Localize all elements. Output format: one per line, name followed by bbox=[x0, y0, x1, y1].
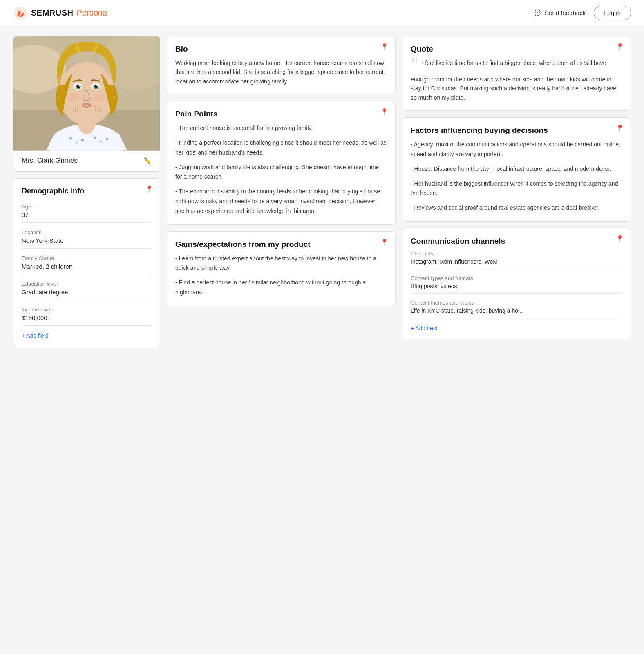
demo-value-location: New York State bbox=[22, 237, 152, 249]
pin-icon-factors: 📍 bbox=[616, 124, 624, 132]
semrush-logo-icon bbox=[13, 6, 28, 20]
demo-label-income: Income level bbox=[22, 307, 152, 313]
quote-card: 📍 Quote " I feel like it's time for us t… bbox=[402, 36, 631, 111]
logo-brand-text: SEMRUSH bbox=[31, 8, 74, 18]
demo-field-education: Education level Graduate degree bbox=[22, 281, 152, 300]
channel-section-0: Channels Instagram, Mom influencers, WoM bbox=[411, 251, 622, 269]
channel-label-2: Content themes and topics bbox=[411, 300, 622, 306]
logo-area: SEMRUSH Persona bbox=[13, 6, 107, 20]
login-button[interactable]: Log in bbox=[594, 6, 631, 20]
channel-section-2: Content themes and topics Life in NYC st… bbox=[411, 300, 622, 318]
pain-points-title: Pain Points bbox=[175, 110, 387, 119]
feedback-label: Send feedback bbox=[545, 9, 586, 16]
channel-value-2: Life in NYC state, raising kids, buying … bbox=[411, 307, 622, 318]
gains-title: Gains/expectations from my product bbox=[175, 240, 387, 249]
factor-item-3: - Reviews and social proof around real e… bbox=[411, 203, 622, 213]
demo-label-family: Family Status bbox=[22, 255, 152, 261]
pain-item-0: - The current house is too small for her… bbox=[175, 123, 387, 133]
demo-field-location: Location New York State bbox=[22, 229, 152, 249]
left-column: Mrs. Clark Grimes ✏️ 📍 Demographic info … bbox=[13, 36, 160, 347]
content-grid: Mrs. Clark Grimes ✏️ 📍 Demographic info … bbox=[13, 36, 631, 347]
pain-points-card: 📍 Pain Points - The current house is too… bbox=[167, 101, 396, 224]
channels-card: 📍 Communication channels Channels Instag… bbox=[402, 228, 631, 340]
demo-label-age: Age bbox=[22, 204, 152, 210]
channel-label-1: Content types and formats bbox=[411, 275, 622, 281]
bio-text: Working mom looking to buy a new home. H… bbox=[175, 58, 387, 86]
factor-item-0: - Agency: most of the communications and… bbox=[411, 140, 622, 159]
pin-icon-gains: 📍 bbox=[380, 238, 389, 246]
channel-value-0: Instagram, Mom influencers, WoM bbox=[411, 258, 622, 269]
factors-title: Factors influencing buying decisions bbox=[411, 126, 622, 135]
svg-point-22 bbox=[68, 94, 79, 102]
demo-field-income: Income level $150,000+ bbox=[22, 307, 152, 326]
demo-value-education: Graduate degree bbox=[22, 289, 152, 300]
svg-point-13 bbox=[59, 62, 114, 125]
svg-point-20 bbox=[79, 85, 80, 87]
pain-item-2: - Juggling work and family life is also … bbox=[175, 163, 387, 182]
gains-text: - Learn from a trusted expert about the … bbox=[175, 254, 387, 298]
pin-icon-bio: 📍 bbox=[380, 43, 389, 51]
pain-points-text: - The current house is too small for her… bbox=[175, 123, 387, 216]
bio-card: 📍 Bio Working mom looking to buy a new h… bbox=[167, 36, 396, 94]
header: SEMRUSH Persona 💬 Send feedback Log in bbox=[0, 0, 644, 26]
svg-point-7 bbox=[76, 141, 77, 143]
demo-label-education: Education level bbox=[22, 281, 152, 287]
pin-icon-quote: 📍 bbox=[616, 43, 624, 51]
svg-point-23 bbox=[94, 94, 105, 102]
pin-icon-pain: 📍 bbox=[380, 108, 389, 116]
profile-image-svg bbox=[13, 36, 160, 151]
middle-column: 📍 Bio Working mom looking to buy a new h… bbox=[167, 36, 396, 347]
channels-title: Communication channels bbox=[411, 237, 622, 246]
svg-point-21 bbox=[96, 85, 98, 87]
factors-text: - Agency: most of the communications and… bbox=[411, 140, 622, 213]
pain-item-1: - Finding a perfect location is challeng… bbox=[175, 138, 387, 158]
gain-item-1: - Find a perfect house in her / similar … bbox=[175, 278, 387, 298]
demo-label-location: Location bbox=[22, 229, 152, 235]
demographic-card: 📍 Demographic info Age 37 Location New Y… bbox=[13, 178, 160, 347]
logo-product-text: Persona bbox=[77, 8, 107, 18]
demo-value-income: $150,000+ bbox=[22, 314, 152, 326]
demo-field-family: Family Status Married, 2 children bbox=[22, 255, 152, 274]
channel-value-1: Blog posts, videos bbox=[411, 283, 622, 294]
svg-point-25 bbox=[112, 95, 116, 99]
demo-value-family: Married, 2 children bbox=[22, 263, 152, 274]
svg-point-10 bbox=[100, 141, 102, 142]
svg-point-11 bbox=[106, 138, 108, 140]
channel-label-0: Channels bbox=[411, 251, 622, 257]
svg-point-9 bbox=[94, 136, 96, 139]
profile-photo bbox=[13, 36, 160, 151]
quote-title: Quote bbox=[411, 45, 622, 54]
profile-card: Mrs. Clark Grimes ✏️ bbox=[13, 36, 160, 172]
pin-icon-channels: 📍 bbox=[616, 235, 624, 243]
bio-title: Bio bbox=[175, 45, 387, 54]
quote-body: " I feel like it's time for us to find a… bbox=[411, 58, 622, 102]
svg-point-6 bbox=[69, 137, 72, 139]
svg-point-8 bbox=[81, 139, 84, 141]
demo-value-age: 37 bbox=[22, 211, 152, 223]
quote-mark: " bbox=[411, 55, 419, 75]
edit-icon[interactable]: ✏️ bbox=[143, 157, 152, 165]
channel-section-1: Content types and formats Blog posts, vi… bbox=[411, 275, 622, 294]
profile-name: Mrs. Clark Grimes bbox=[22, 157, 78, 165]
quote-text: I feel like it's time for us to find a b… bbox=[411, 60, 616, 101]
pain-item-3: - The economic instability in the countr… bbox=[175, 187, 387, 216]
add-field-demographic-button[interactable]: + Add field bbox=[22, 332, 49, 339]
pin-icon-demographic: 📍 bbox=[145, 185, 153, 193]
feedback-button[interactable]: 💬 Send feedback bbox=[534, 9, 586, 17]
add-field-channels-button[interactable]: + Add field bbox=[411, 325, 438, 331]
profile-name-row: Mrs. Clark Grimes ✏️ bbox=[13, 151, 160, 171]
main-content: Mrs. Clark Grimes ✏️ 📍 Demographic info … bbox=[0, 26, 644, 357]
factors-card: 📍 Factors influencing buying decisions -… bbox=[402, 117, 631, 222]
header-actions: 💬 Send feedback Log in bbox=[534, 6, 631, 20]
demo-field-age: Age 37 bbox=[22, 204, 152, 223]
gain-item-0: - Learn from a trusted expert about the … bbox=[175, 254, 387, 273]
chat-icon: 💬 bbox=[534, 9, 541, 17]
factor-item-1: - House: Distance from the city + local … bbox=[411, 164, 622, 174]
gains-card: 📍 Gains/expectations from my product - L… bbox=[167, 231, 396, 306]
right-column: 📍 Quote " I feel like it's time for us t… bbox=[402, 36, 631, 347]
svg-point-24 bbox=[58, 95, 61, 99]
demographic-title: Demographic info bbox=[22, 187, 152, 195]
factor-item-2: - Her husband is the biggest influencer … bbox=[411, 179, 622, 199]
